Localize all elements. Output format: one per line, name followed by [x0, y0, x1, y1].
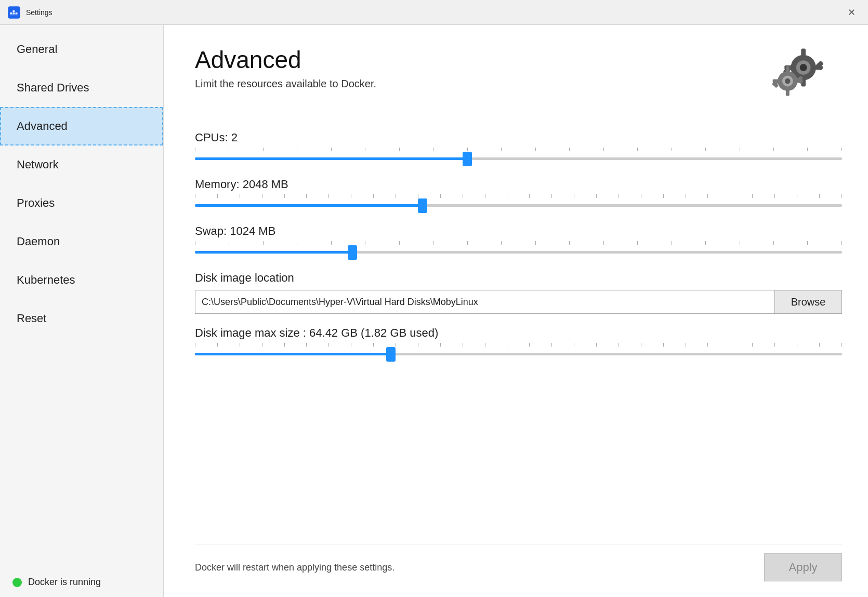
- page-header-text: Advanced Limit the resources available t…: [195, 46, 376, 90]
- sidebar-item-proxies[interactable]: Proxies: [0, 184, 163, 222]
- cpu-slider[interactable]: [195, 157, 842, 160]
- disk-location-row: Browse: [195, 290, 842, 314]
- memory-slider[interactable]: [195, 204, 842, 207]
- page-title: Advanced: [195, 46, 376, 74]
- cpu-slider-group: CPUs: 2: [195, 131, 842, 162]
- sidebar-item-general[interactable]: General: [0, 30, 163, 69]
- docker-icon: [7, 6, 21, 19]
- svg-rect-9: [801, 49, 806, 56]
- svg-point-8: [800, 64, 807, 71]
- swap-slider-group: Swap: 1024 MB: [195, 224, 842, 256]
- svg-rect-5: [10, 14, 18, 15]
- svg-rect-4: [16, 12, 18, 14]
- svg-rect-20: [786, 66, 790, 72]
- svg-rect-1: [10, 12, 12, 14]
- memory-slider-group: Memory: 2048 MB: [195, 178, 842, 209]
- settings-section: CPUs: 2 Memory: 2048 MB Swap: 1024 MB: [195, 131, 842, 545]
- main-panel: Advanced Limit the resources available t…: [164, 25, 868, 597]
- cpu-label: CPUs: 2: [195, 131, 842, 144]
- disk-location-input[interactable]: [195, 290, 774, 314]
- disk-size-label: Disk image max size : 64.42 GB (1.82 GB …: [195, 326, 842, 340]
- page-subtitle: Limit the resources available to Docker.: [195, 78, 376, 90]
- title-bar: Settings ✕: [0, 0, 868, 25]
- svg-rect-2: [12, 10, 15, 12]
- svg-rect-21: [786, 90, 790, 96]
- swap-slider[interactable]: [195, 251, 842, 254]
- sidebar: General Shared Drives Advanced Network P…: [0, 25, 164, 597]
- window-title: Settings: [26, 8, 842, 17]
- sidebar-item-network[interactable]: Network: [0, 145, 163, 184]
- status-dot: [12, 578, 22, 587]
- swap-label: Swap: 1024 MB: [195, 224, 842, 238]
- disk-location-section: Disk image location Browse: [195, 271, 842, 314]
- page-header: Advanced Limit the resources available t…: [195, 46, 842, 110]
- disk-size-section: Disk image max size : 64.42 GB (1.82 GB …: [195, 326, 842, 357]
- disk-size-slider[interactable]: [195, 353, 842, 355]
- sidebar-item-kubernetes[interactable]: Kubernetes: [0, 261, 163, 299]
- sidebar-item-advanced[interactable]: Advanced: [0, 107, 163, 145]
- svg-point-19: [785, 78, 790, 84]
- svg-rect-3: [12, 12, 15, 14]
- memory-label: Memory: 2048 MB: [195, 178, 842, 191]
- sidebar-item-daemon[interactable]: Daemon: [0, 222, 163, 261]
- close-button[interactable]: ✕: [842, 3, 861, 22]
- gear-icon: [769, 41, 842, 110]
- app-body: General Shared Drives Advanced Network P…: [0, 25, 868, 597]
- apply-button[interactable]: Apply: [764, 553, 842, 581]
- disk-location-label: Disk image location: [195, 271, 842, 285]
- sidebar-item-reset[interactable]: Reset: [0, 299, 163, 338]
- docker-status: Docker is running: [0, 567, 163, 597]
- footer: Docker will restart when applying these …: [195, 545, 842, 581]
- sidebar-item-shared-drives[interactable]: Shared Drives: [0, 69, 163, 107]
- status-label: Docker is running: [28, 577, 101, 588]
- browse-button[interactable]: Browse: [774, 290, 842, 314]
- footer-note: Docker will restart when applying these …: [195, 562, 394, 573]
